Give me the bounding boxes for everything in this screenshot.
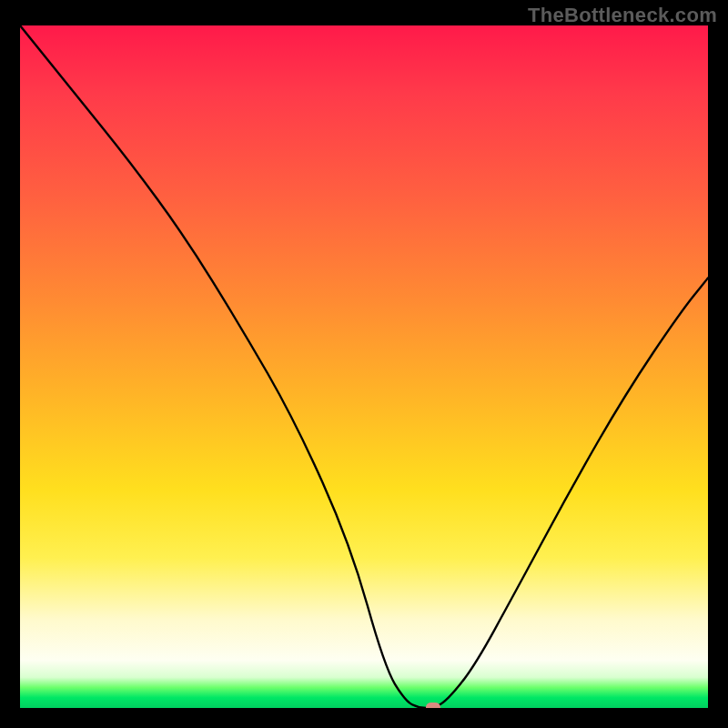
bottleneck-curve bbox=[20, 25, 708, 708]
watermark-text: TheBottleneck.com bbox=[528, 4, 717, 27]
chart-frame: TheBottleneck.com bbox=[0, 0, 728, 728]
plot-area bbox=[20, 25, 708, 708]
optimal-point-marker bbox=[426, 703, 440, 708]
